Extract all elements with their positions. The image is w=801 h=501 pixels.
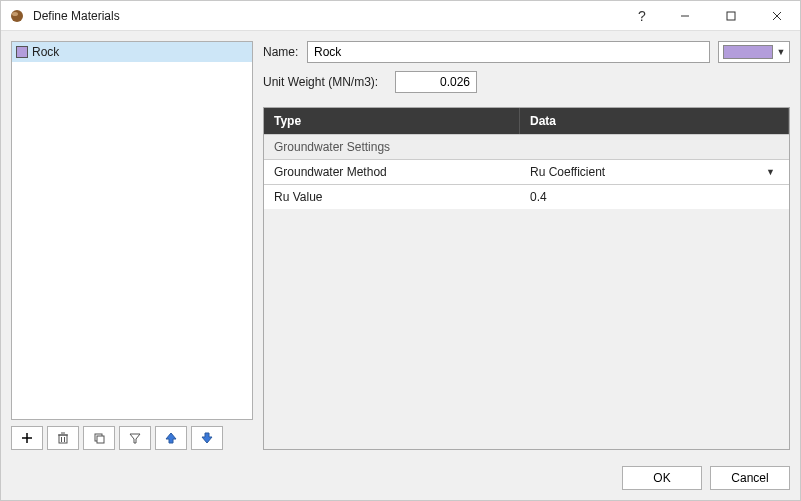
- list-item[interactable]: Rock: [12, 42, 252, 62]
- cancel-button[interactable]: Cancel: [710, 466, 790, 490]
- svg-rect-3: [727, 12, 735, 20]
- list-item-label: Rock: [32, 45, 59, 59]
- svg-marker-16: [166, 433, 176, 443]
- system-buttons: ?: [622, 1, 800, 30]
- row-type: Groundwater Method: [264, 160, 520, 184]
- chevron-down-icon: ▼: [766, 167, 775, 177]
- svg-point-0: [11, 10, 23, 22]
- copy-button[interactable]: [83, 426, 115, 450]
- unit-weight-input[interactable]: [395, 71, 477, 93]
- chevron-down-icon: ▼: [777, 47, 786, 57]
- name-label: Name:: [263, 45, 307, 59]
- name-row: Name: ▼: [263, 41, 790, 63]
- help-button[interactable]: ?: [622, 1, 662, 30]
- dialog-body: Rock: [1, 31, 800, 460]
- left-column: Rock: [11, 41, 253, 450]
- move-down-button[interactable]: [191, 426, 223, 450]
- name-input[interactable]: [307, 41, 710, 63]
- row-data-value: 0.4: [530, 190, 547, 204]
- properties-table: Type Data Groundwater Settings Groundwat…: [263, 107, 790, 450]
- footer: OK Cancel: [1, 460, 800, 500]
- svg-marker-17: [202, 433, 212, 443]
- filter-button[interactable]: [119, 426, 151, 450]
- ok-button[interactable]: OK: [622, 466, 702, 490]
- row-type: Ru Value: [264, 185, 520, 209]
- material-swatch-icon: [16, 46, 28, 58]
- row-data-value-cell[interactable]: 0.4: [520, 185, 789, 209]
- titlebar: Define Materials ?: [1, 1, 800, 31]
- table-header: Type Data: [264, 108, 789, 134]
- table-row[interactable]: Groundwater Method Ru Coefficient ▼: [264, 159, 789, 184]
- unit-weight-label: Unit Weight (MN/m3):: [263, 75, 395, 89]
- move-up-button[interactable]: [155, 426, 187, 450]
- delete-button[interactable]: [47, 426, 79, 450]
- add-button[interactable]: [11, 426, 43, 450]
- svg-point-1: [12, 12, 18, 16]
- unit-weight-row: Unit Weight (MN/m3):: [263, 71, 790, 93]
- define-materials-window: Define Materials ? Rock: [0, 0, 801, 501]
- app-icon: [9, 8, 25, 24]
- row-data-value: Ru Coefficient: [530, 165, 605, 179]
- svg-marker-15: [130, 434, 140, 443]
- right-column: Name: ▼ Unit Weight (MN/m3): Type Data G…: [263, 41, 790, 450]
- color-swatch-icon: [723, 45, 773, 59]
- table-row[interactable]: Ru Value 0.4: [264, 184, 789, 209]
- col-type-header: Type: [264, 108, 520, 134]
- material-list[interactable]: Rock: [11, 41, 253, 420]
- col-data-header: Data: [520, 108, 789, 134]
- svg-rect-8: [59, 435, 67, 443]
- minimize-button[interactable]: [662, 1, 708, 30]
- close-button[interactable]: [754, 1, 800, 30]
- color-dropdown[interactable]: ▼: [718, 41, 790, 63]
- table-empty-area: [264, 209, 789, 449]
- table-section: Groundwater Settings: [264, 134, 789, 159]
- window-title: Define Materials: [33, 9, 622, 23]
- svg-rect-14: [97, 436, 104, 443]
- list-toolbar: [11, 426, 253, 450]
- row-data-dropdown[interactable]: Ru Coefficient ▼: [520, 160, 789, 184]
- maximize-button[interactable]: [708, 1, 754, 30]
